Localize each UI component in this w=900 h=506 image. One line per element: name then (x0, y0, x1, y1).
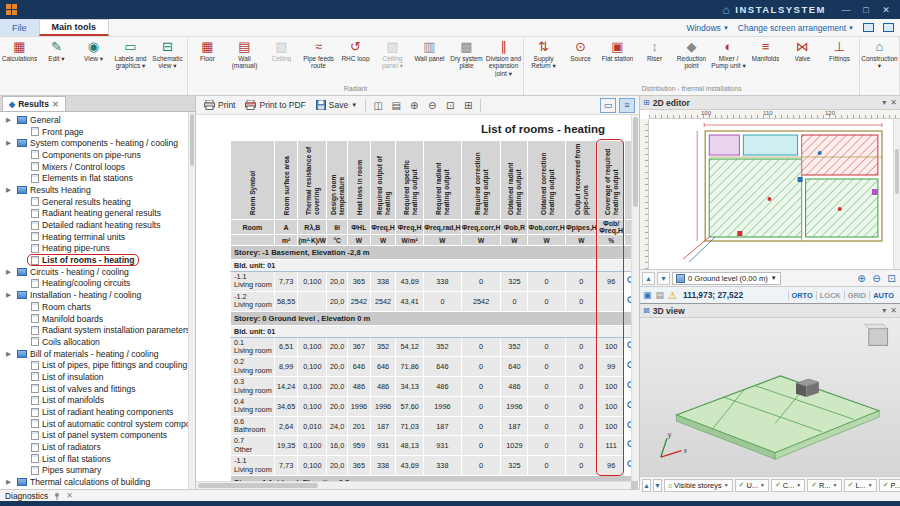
tree-item-components-on-pipe-runs[interactable]: Components on pipe-runs (0, 149, 188, 161)
tree-item-heating-cooling-circuits[interactable]: Heating/cooling circuits (0, 278, 188, 290)
ribbon-button-schematic-view[interactable]: ⊟Schematic view ▾ (149, 38, 186, 85)
tree-item-list-of-manifolds[interactable]: List of manifolds (0, 395, 188, 407)
canvas-2d-scrollbar[interactable] (893, 119, 900, 269)
tree-item-bill-of-materials-heating-cooling[interactable]: ▶Bill of materials - heating / cooling (0, 348, 188, 360)
single-page-view-toggle[interactable]: ▭ (600, 98, 616, 113)
ribbon-button-riser[interactable]: ↕Riser (636, 38, 673, 85)
tree-item-list-of-pipes-pipe-fittings-and-coupling[interactable]: List of pipes, pipe fittings and couplin… (0, 359, 188, 371)
ribbon-button-labels-and-graphics[interactable]: ▭Labels and graphics ▾ (112, 38, 149, 85)
ribbon-button-manifolds[interactable]: ≡Manifolds (747, 38, 784, 85)
tree-item-pipes-summary[interactable]: Pipes summary (0, 465, 188, 477)
zoom-out-button[interactable]: ⊖ (870, 272, 883, 285)
expander-icon[interactable]: ▶ (4, 268, 13, 276)
close-tab-icon[interactable]: ✕ (52, 100, 59, 109)
mode-lock[interactable]: LOCK (816, 291, 844, 300)
ribbon-button-floor[interactable]: ▦Floor (189, 38, 226, 85)
change-screen-arrangement-menu[interactable]: Change screen arrangement▼ (738, 23, 854, 33)
expander-icon[interactable]: ▶ (4, 139, 13, 147)
windows-menu[interactable]: Windows▼ (686, 23, 728, 33)
ribbon-button-source[interactable]: ⊙Source (562, 38, 599, 85)
tree-item-list-of-flat-stations[interactable]: List of flat stations (0, 453, 188, 465)
view3d-p-button[interactable]: ✓P...▼ (879, 479, 900, 492)
ribbon-button-dry-system-plate[interactable]: ▩Dry system plate (448, 38, 485, 85)
tree-item-radiant-system-installation-parameters[interactable]: Radiant system installation parameters (0, 324, 188, 336)
storey-down-button[interactable]: ▼ (653, 479, 662, 492)
ribbon-button-division-and-expansion-joint[interactable]: ∥Division and expansion joint ▾ (485, 38, 522, 85)
mode-orto[interactable]: ORTO (788, 291, 816, 300)
tree-item-radiant-heating-general-results[interactable]: Radiant heating general results (0, 208, 188, 220)
report-horizontal-scrollbar[interactable] (196, 481, 631, 489)
ribbon-button-rhc-loop[interactable]: ↺RHC loop (337, 38, 374, 85)
close-button[interactable]: ✕ (876, 3, 896, 16)
tree-item-general[interactable]: ▶General (0, 114, 188, 126)
canvas-3d[interactable]: x y (640, 318, 900, 476)
canvas-2d[interactable] (640, 119, 900, 269)
tab-main-tools[interactable]: Main tools (39, 19, 110, 36)
storey-down-button[interactable]: ▼ (657, 272, 670, 285)
expander-icon[interactable]: ▶ (4, 186, 13, 194)
ribbon-button-fittings[interactable]: ⊥Fittings (821, 38, 858, 85)
tree-item-list-of-radiant-heating-components[interactable]: List of radiant heating components (0, 406, 188, 418)
ribbon-button-ceiling-panel[interactable]: ▨Ceiling panel ▾ (374, 38, 411, 85)
ribbon-button-valve[interactable]: ⋈Valve (784, 38, 821, 85)
expander-icon[interactable]: ▶ (4, 291, 13, 299)
zoom-in-button[interactable]: ⊕ (406, 98, 422, 113)
expander-icon[interactable]: ▶ (4, 478, 13, 486)
mode-auto[interactable]: AUTO (869, 291, 897, 300)
tree-item-detailed-radiant-heating-results[interactable]: Detailed radiant heating results (0, 219, 188, 231)
zoom-fit-button[interactable]: ⊡ (885, 272, 898, 285)
ribbon-button-wall-panel[interactable]: ▥Wall panel (411, 38, 448, 85)
ribbon-button-supply-return[interactable]: ⇅Supply Return ▾ (525, 38, 562, 85)
panel-menu-icon[interactable]: ▾ (882, 306, 886, 315)
pin-icon[interactable] (53, 492, 61, 500)
tab-results[interactable]: ◆ Results ✕ (2, 96, 66, 111)
tab-file[interactable]: File (0, 19, 39, 36)
storey-selector[interactable]: 0 Ground level (0,00 m) ▼ (672, 272, 781, 285)
tree-item-list-of-panel-system-components[interactable]: List of panel system components (0, 430, 188, 442)
ribbon-button-calculations[interactable]: ▦Calculations (1, 38, 38, 85)
ribbon-button-wall-manual[interactable]: ▤Wall (manual) (226, 38, 263, 85)
ribbon-button-mixer-pump-unit[interactable]: ◐Mixer / Pump unit ▾ (710, 38, 747, 85)
minimize-button[interactable]: — (836, 3, 856, 16)
ribbon-button-flat-station[interactable]: ▣Flat station (599, 38, 636, 85)
zoom-out-button[interactable]: ⊖ (424, 98, 440, 113)
panel-close-icon[interactable]: ✕ (890, 98, 897, 107)
screen-layout-icon[interactable] (863, 23, 874, 32)
expander-icon[interactable]: ▶ (4, 116, 13, 124)
ribbon-button-view[interactable]: ◉View ▾ (75, 38, 112, 85)
tree-item-list-of-radiators[interactable]: List of radiators (0, 441, 188, 453)
panel-menu-icon[interactable]: ▾ (882, 98, 886, 107)
tree-item-list-of-automatic-control-system-compo[interactable]: List of automatic control system compo (0, 418, 188, 430)
layers-icon[interactable]: ▣ (643, 290, 652, 300)
tree-item-list-of-rooms-heating[interactable]: List of rooms - heating (0, 254, 188, 266)
report-vertical-scrollbar[interactable] (631, 115, 639, 481)
export-table-button[interactable]: ▤ (388, 98, 404, 113)
tree-item-manifold-boards[interactable]: Manifold boards (0, 313, 188, 325)
tree-item-general-results-heating[interactable]: General results heating (0, 196, 188, 208)
expander-icon[interactable]: ▶ (4, 350, 13, 358)
tree-item-results-heating[interactable]: ▶Results Heating (0, 184, 188, 196)
view3d-r-button[interactable]: ✓R...▼ (807, 479, 841, 492)
storey-up-button[interactable]: ▲ (642, 272, 655, 285)
copy-button[interactable]: ◫ (370, 98, 386, 113)
tree-item-heating-pipe-runs[interactable]: Heating pipe-runs (0, 243, 188, 255)
multi-page-button[interactable]: ⊞ (460, 98, 476, 113)
panel-close-icon[interactable]: ✕ (890, 306, 897, 315)
ribbon-button-reduction-point[interactable]: ◆Reduction point (673, 38, 710, 85)
view3d-visible-storeys-button[interactable]: ⌂Visible storeys▼ (664, 479, 733, 492)
view3d-l-button[interactable]: ✓L...▼ (844, 479, 877, 492)
tree-item-system-components-heating-cooling[interactable]: ▶System components - heating / cooling (0, 137, 188, 149)
tree-item-coils-allocation[interactable]: Coils allocation (0, 336, 188, 348)
tree-item-circuits-heating-cooling[interactable]: ▶Circuits - heating / cooling (0, 266, 188, 278)
tree-item-list-of-valves-and-fittings[interactable]: List of valves and fittings (0, 383, 188, 395)
ribbon-button-edit[interactable]: ✎Edit ▾ (38, 38, 75, 85)
tree-item-installation-heating-cooling[interactable]: ▶Installation - heating / cooling (0, 289, 188, 301)
tree-scrollbar[interactable] (188, 112, 195, 489)
print-button[interactable]: Print (200, 99, 239, 111)
zoom-fit-button[interactable]: ⊡ (442, 98, 458, 113)
tree-item-room-charts[interactable]: Room charts (0, 301, 188, 313)
warning-icon[interactable]: ⚠ (668, 290, 677, 301)
close-panel-icon[interactable]: ✕ (66, 491, 73, 500)
floor-plan-drawing[interactable] (649, 119, 900, 269)
zoom-in-button[interactable]: ⊕ (855, 272, 868, 285)
